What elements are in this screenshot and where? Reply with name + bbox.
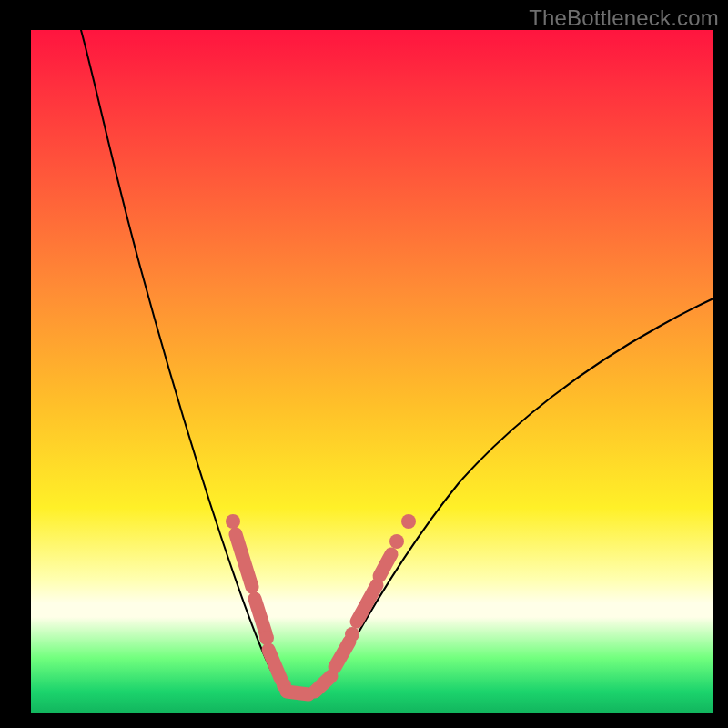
svg-line-8 [335, 642, 349, 667]
curve-left [81, 30, 295, 694]
svg-point-3 [259, 631, 274, 645]
svg-line-7 [315, 676, 331, 692]
outer-frame: TheBottleneck.com [0, 0, 728, 728]
svg-point-12 [389, 534, 404, 549]
svg-line-11 [379, 554, 391, 576]
curve-right [304, 298, 713, 694]
watermark-text: TheBottleneck.com [529, 5, 719, 31]
svg-line-6 [287, 692, 308, 694]
svg-line-2 [255, 599, 266, 633]
svg-point-0 [226, 514, 240, 529]
svg-line-10 [357, 585, 377, 622]
chart-svg [31, 30, 713, 713]
svg-point-13 [401, 514, 416, 529]
plot-area [31, 30, 713, 713]
marker-overlay [226, 514, 416, 694]
svg-line-4 [268, 650, 281, 680]
svg-line-1 [236, 534, 252, 587]
svg-point-9 [345, 627, 359, 642]
